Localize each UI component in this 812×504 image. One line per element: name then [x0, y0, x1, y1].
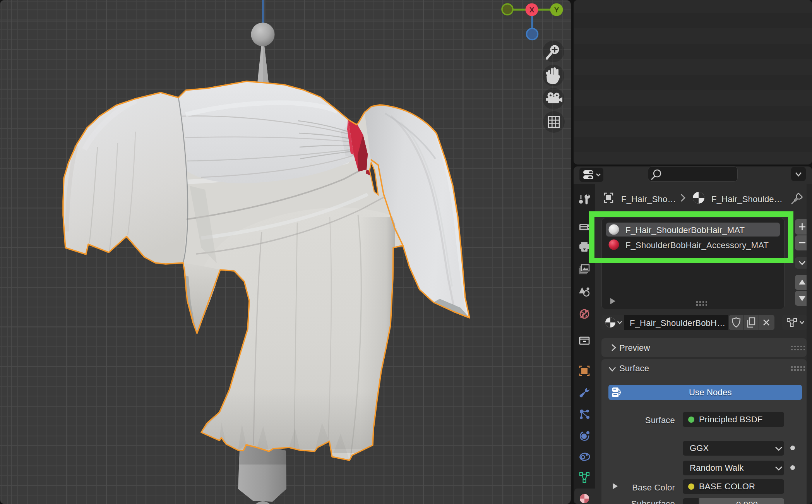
svg-text:Y: Y — [554, 6, 559, 14]
svg-text:X: X — [529, 6, 534, 14]
